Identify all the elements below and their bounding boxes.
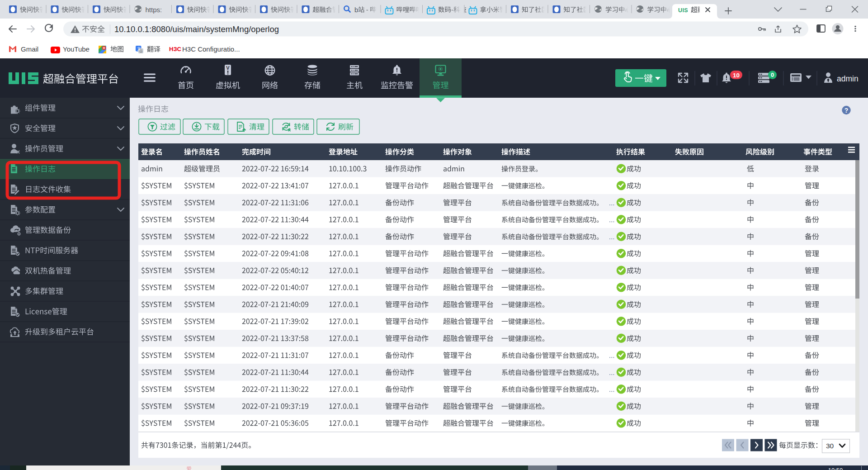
svg-text:YouTube: YouTube xyxy=(63,45,90,53)
svg-text:HЗC: HЗC xyxy=(169,46,182,52)
svg-text:Gmail: Gmail xyxy=(21,45,38,53)
svg-text:UIS: UIS xyxy=(678,7,688,14)
svg-text:admin: admin xyxy=(837,74,859,83)
svg-text:?: ? xyxy=(844,107,849,114)
svg-text:https:: https: xyxy=(146,6,162,14)
svg-text:10: 10 xyxy=(733,72,740,79)
svg-text:V: V xyxy=(226,65,230,71)
svg-text:30: 30 xyxy=(826,442,834,450)
svg-text:G: G xyxy=(140,49,143,53)
svg-text:10.10.0.1:8080/uis/main/system: 10.10.0.1:8080/uis/main/systemMng/operlo… xyxy=(114,24,279,34)
svg-text:10:50: 10:50 xyxy=(828,467,843,470)
svg-text:0: 0 xyxy=(771,71,774,78)
svg-text:b: b xyxy=(354,6,358,14)
svg-text:H3C Configuratio...: H3C Configuratio... xyxy=(182,45,240,53)
